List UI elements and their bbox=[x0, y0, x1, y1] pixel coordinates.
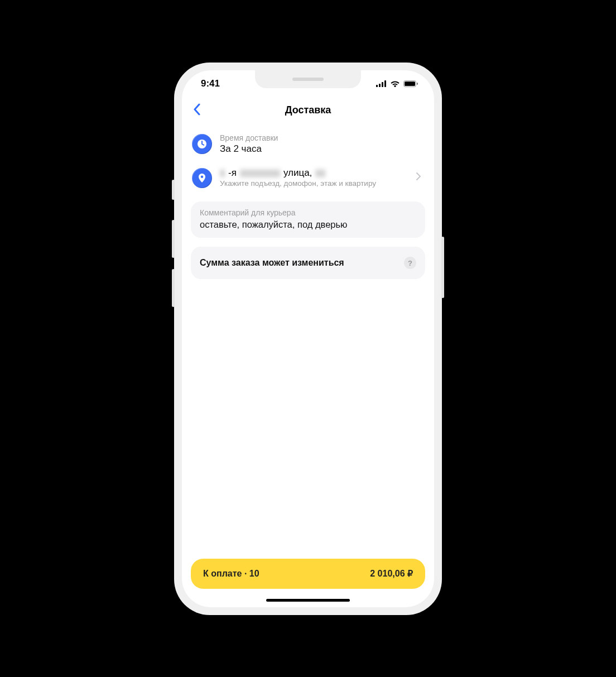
address-masked-prefix: ▮ bbox=[220, 167, 225, 179]
side-button-volume-down bbox=[172, 269, 175, 307]
price-change-notice: Сумма заказа может измениться ? bbox=[191, 247, 425, 279]
svg-rect-5 bbox=[405, 81, 415, 86]
clock-icon bbox=[192, 134, 212, 154]
price-change-text: Сумма заказа может измениться bbox=[200, 258, 344, 268]
chevron-left-icon bbox=[193, 103, 200, 116]
status-indicators bbox=[376, 80, 418, 87]
back-button[interactable] bbox=[190, 100, 204, 121]
address-chevron bbox=[413, 169, 424, 186]
address-masked-name: ▮▮▮▮▮▮▮▮ bbox=[240, 167, 280, 179]
address-hint: Укажите подъезд, домофон, этаж и квартир… bbox=[220, 179, 405, 189]
courier-comment-label: Комментарий для курьера bbox=[200, 208, 416, 217]
nav-bar: Доставка bbox=[182, 97, 434, 124]
wifi-icon bbox=[390, 80, 400, 87]
phone-frame: 9:41 Доставка bbox=[174, 63, 442, 615]
svg-rect-3 bbox=[384, 80, 386, 87]
address-masked-num: ▮▮ bbox=[315, 167, 325, 179]
location-pin-icon bbox=[192, 168, 212, 188]
pay-button-amount: 2 010,06 ₽ bbox=[370, 568, 413, 579]
chevron-right-icon bbox=[416, 172, 421, 180]
battery-icon bbox=[403, 80, 418, 87]
svg-rect-0 bbox=[376, 85, 378, 87]
delivery-time-value: За 2 часа bbox=[220, 143, 424, 156]
help-button[interactable]: ? bbox=[404, 257, 416, 269]
notch bbox=[255, 70, 361, 88]
svg-rect-1 bbox=[379, 84, 381, 87]
home-indicator[interactable] bbox=[266, 599, 350, 602]
courier-comment-card[interactable]: Комментарий для курьера оставьте, пожалу… bbox=[191, 201, 425, 238]
content: Время доставки За 2 часа ▮ -я ▮▮▮▮▮▮▮▮ у… bbox=[182, 124, 434, 559]
status-time: 9:41 bbox=[201, 78, 220, 89]
courier-comment-text: оставьте, пожалуйста, под дверью bbox=[200, 219, 416, 230]
address-suffix: улица, bbox=[283, 167, 312, 179]
address-body: ▮ -я ▮▮▮▮▮▮▮▮ улица, ▮▮ Укажите подъезд,… bbox=[220, 167, 405, 189]
page-title: Доставка bbox=[285, 104, 331, 116]
address-row[interactable]: ▮ -я ▮▮▮▮▮▮▮▮ улица, ▮▮ Укажите подъезд,… bbox=[191, 161, 425, 194]
pay-button[interactable]: К оплате · 10 2 010,06 ₽ bbox=[191, 559, 425, 589]
side-button-volume-up bbox=[172, 220, 175, 258]
address-line: ▮ -я ▮▮▮▮▮▮▮▮ улица, ▮▮ bbox=[220, 167, 405, 179]
address-sep: -я bbox=[228, 167, 237, 179]
screen: 9:41 Доставка bbox=[182, 70, 434, 607]
question-mark-icon: ? bbox=[408, 259, 412, 267]
side-button-silent bbox=[172, 180, 175, 200]
svg-rect-6 bbox=[417, 83, 418, 85]
side-button-power bbox=[441, 237, 444, 298]
pay-button-label: К оплате · 10 bbox=[203, 569, 259, 579]
svg-rect-2 bbox=[382, 82, 383, 87]
delivery-time-row[interactable]: Время доставки За 2 часа bbox=[191, 127, 425, 161]
svg-point-8 bbox=[201, 175, 203, 177]
delivery-time-label: Время доставки bbox=[220, 133, 424, 143]
cellular-icon bbox=[376, 80, 387, 87]
delivery-time-body: Время доставки За 2 часа bbox=[220, 133, 424, 156]
